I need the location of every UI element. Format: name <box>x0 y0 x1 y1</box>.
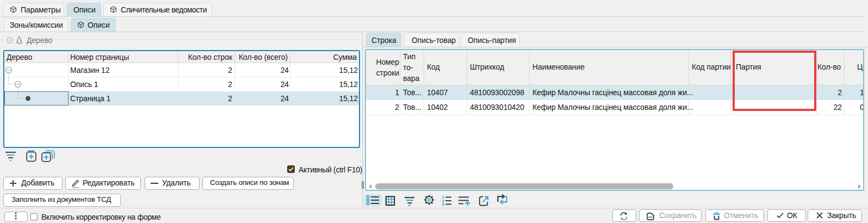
svg-text:3: 3 <box>442 202 444 207</box>
